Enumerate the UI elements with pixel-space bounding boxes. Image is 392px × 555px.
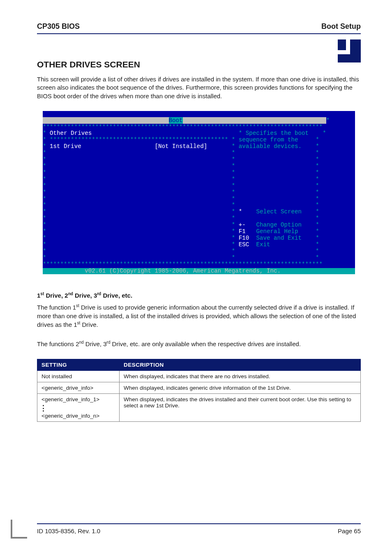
page-header: CP305 BIOS Boot Setup — [37, 22, 361, 31]
footer-page: Page 65 — [338, 527, 361, 534]
bios-menu-boot[interactable]: Boot — [169, 117, 183, 124]
bios-help-line1: Specifies the boot — [246, 130, 309, 136]
legend-help-label: General Help — [256, 228, 298, 235]
cell-setting: <generic_drive_info_1> ... <generic_driv… — [37, 394, 120, 422]
vertical-dots-icon: ... — [42, 402, 44, 410]
bios-screen: Boot * *********************************… — [43, 111, 355, 275]
legend-change-key: +- — [239, 222, 246, 228]
col-description: DESCRIPTION — [120, 359, 361, 371]
table-row: Not installed When displayed, indicates … — [37, 371, 361, 382]
table-row: <generic_drive_info> When displayed, ind… — [37, 382, 361, 394]
legend-change-label: Change Option — [256, 222, 302, 228]
table-header-row: SETTING DESCRIPTION — [37, 359, 361, 371]
footer-id: ID 1035-8356, Rev. 1.0 — [37, 527, 100, 534]
legend-select-label: Select Screen — [256, 208, 302, 215]
bios-row-value[interactable]: [Not Installed] — [154, 143, 207, 150]
header-rule — [37, 33, 361, 34]
legend-select-key: * — [239, 208, 242, 215]
cell-setting: <generic_drive_info> — [37, 382, 120, 394]
drives-heading: 1st Drive, 2nd Drive, 3rd Drive, etc. — [37, 291, 361, 299]
section-intro: This screen will provide a list of other… — [37, 75, 361, 100]
bios-help-line3: available devices. — [239, 143, 302, 150]
legend-save-label: Save and Exit — [256, 235, 302, 241]
col-setting: SETTING — [37, 359, 120, 371]
bios-row-label[interactable]: 1st Drive — [50, 143, 81, 150]
brand-mark-icon — [338, 39, 361, 62]
drives-para-2: The functions 2nd Drive, 3rd Drive, etc.… — [37, 340, 361, 348]
bios-panel-title: Other Drives — [50, 130, 92, 136]
header-left: CP305 BIOS — [37, 22, 80, 31]
footer-rule — [37, 523, 361, 524]
legend-save-key: F10 — [239, 235, 249, 241]
cell-desc: When displayed, indicates generic drive … — [120, 382, 361, 394]
cell-desc: When displayed, indicates the drives ins… — [120, 394, 361, 422]
corner-decoration-icon — [11, 520, 27, 539]
legend-exit-label: Exit — [256, 241, 270, 248]
table-row: <generic_drive_info_1> ... <generic_driv… — [37, 394, 361, 422]
bios-help-line2: sequence from the — [239, 136, 298, 143]
settings-table: SETTING DESCRIPTION Not installed When d… — [37, 359, 361, 422]
cell-desc: When displayed, indicates that there are… — [120, 371, 361, 382]
legend-help-key: F1 — [239, 228, 246, 235]
header-right: Boot Setup — [321, 22, 361, 31]
bios-menu-bar: Boot — [43, 117, 326, 124]
cell-setting: Not installed — [37, 371, 120, 382]
legend-exit-key: ESC — [239, 241, 249, 248]
bios-copyright: v02.61 (C)Copyright 1985-2006, American … — [43, 268, 355, 275]
page-footer: ID 1035-8356, Rev. 1.0 Page 65 — [37, 523, 361, 534]
section-title: OTHER DRIVES SCREEN — [37, 60, 361, 69]
drives-para-1: The function 1st Drive is used to provid… — [37, 303, 361, 329]
